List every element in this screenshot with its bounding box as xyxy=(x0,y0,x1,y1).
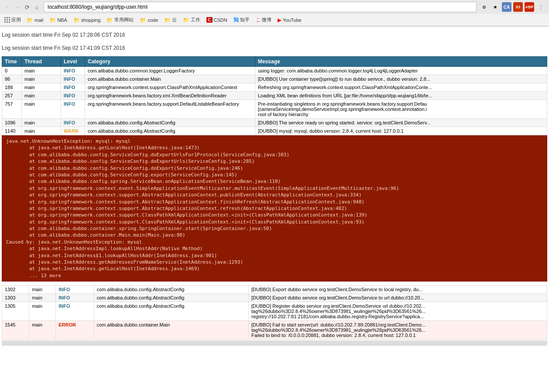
folder-icon: 📁 xyxy=(73,17,80,23)
bookmark-nba[interactable]: 📁NBA xyxy=(47,16,69,24)
header-message: Message xyxy=(255,57,547,67)
cell-message: [DUBBO] Use container type([spring]) to … xyxy=(255,75,547,83)
folder-icon: 📁 xyxy=(27,17,33,23)
session-line-1: Log session start time Fri Sep 02 17:28:… xyxy=(2,30,547,40)
cell-level: INFO xyxy=(56,302,94,321)
cell-category: com.alibaba.dubbo.container.Main xyxy=(94,321,248,340)
badge-53: 53 xyxy=(513,2,523,12)
header-level: Level xyxy=(61,57,85,67)
address-bar[interactable] xyxy=(44,2,477,12)
cell-message: [DUBBO] mysql: mysql, dubbo version: 2.8… xyxy=(255,127,547,135)
cell-thread: main xyxy=(29,302,56,321)
table-row: 1096 main INFO com.alibaba.dubbo.config.… xyxy=(2,119,547,127)
cell-category: org.springframework.beans.factory.xml.Xm… xyxy=(85,92,255,100)
cell-time: 1303 xyxy=(2,294,29,302)
table-row: 1305 main INFO com.alibaba.dubbo.config.… xyxy=(2,302,547,321)
apps-shortcut[interactable]: 应用 xyxy=(3,16,23,24)
session-line-2: Log session start time Fri Sep 02 17:41:… xyxy=(2,43,547,53)
folder-icon: 📁 xyxy=(49,17,56,23)
bookmark-mail[interactable]: 📁mail xyxy=(24,16,45,24)
bookmark-common-sites[interactable]: 📁常用网站 xyxy=(104,16,136,24)
cell-level: INFO xyxy=(61,75,85,83)
adblock-icon[interactable]: ABP xyxy=(525,2,534,12)
bookmark-csdn[interactable]: CCSDN xyxy=(204,16,229,24)
table-row: 257 main INFO org.springframework.beans.… xyxy=(2,92,547,100)
table-row: 757 main INFO org.springframework.beans.… xyxy=(2,100,547,119)
browser-top-bar: ← → ⟳ ⌂ ⚙ ★ CA 53 ABP ⋮ xyxy=(0,0,549,14)
header-time: Time xyxy=(2,57,22,67)
back-button[interactable]: ← xyxy=(3,3,12,11)
cell-time: 1302 xyxy=(2,285,29,294)
cell-thread: main xyxy=(29,321,56,340)
cell-message: Refreshing org.springframework.context.s… xyxy=(255,83,547,92)
cell-thread: main xyxy=(29,285,56,294)
cell-category: com.alibaba.dubbo.config.AbstractConfig xyxy=(85,119,255,127)
cell-category: com.alibaba.dubbo.config.AbstractConfig xyxy=(94,302,248,321)
cell-thread: main xyxy=(22,127,61,135)
cell-message: [DUBBO] Export dubbo service org.testCli… xyxy=(249,285,547,294)
bookmark-cloud[interactable]: 📁云 xyxy=(162,16,179,24)
cell-time: 1545 xyxy=(2,321,29,340)
bookmark-weibo[interactable]: こ微博 xyxy=(254,16,274,24)
cell-message: [DUBBO] Export dubbo service org.testCli… xyxy=(249,294,547,302)
cell-category: com.alibaba.dubbo.container.Main xyxy=(85,75,255,83)
forward-button[interactable]: → xyxy=(13,3,22,11)
cell-thread: main xyxy=(22,83,61,92)
header-category: Category xyxy=(85,57,255,67)
cell-level: INFO xyxy=(61,92,85,100)
page-content: Log session start time Fri Sep 02 17:28:… xyxy=(0,27,549,349)
cell-message: Loading XML bean definitions from URL [j… xyxy=(255,92,547,100)
cell-category: org.springframework.beans.factory.suppor… xyxy=(85,100,255,119)
exception-block: java.net.UnknownHostException: mysql: my… xyxy=(2,135,547,282)
menu-button[interactable]: ⋮ xyxy=(536,2,546,12)
folder-icon: 📁 xyxy=(140,17,146,23)
apps-label: 应用 xyxy=(11,17,21,23)
cell-level: INFO xyxy=(61,100,85,119)
zhihu-logo: 知 xyxy=(233,16,239,24)
cell-message: [DUBBO] Register dubbo service org.testC… xyxy=(249,302,547,321)
cell-level: INFO xyxy=(56,294,94,302)
home-button[interactable]: ⌂ xyxy=(32,3,41,11)
bookmarks-bar: 应用 📁mail 📁NBA 📁shopping 📁常用网站 📁code 📁云 📁… xyxy=(0,14,549,26)
cell-level: INFO xyxy=(56,285,94,294)
reload-button[interactable]: ⟳ xyxy=(23,3,31,11)
apps-grid-icon xyxy=(4,17,10,23)
cell-category: com.alibaba.dubbo.common.logger.LoggerFa… xyxy=(85,67,255,75)
cell-message: [DUBBO] The service ready on spring star… xyxy=(255,119,547,127)
bookmark-code[interactable]: 📁code xyxy=(137,16,160,24)
csdn-logo: C xyxy=(206,17,212,23)
weibo-logo: こ xyxy=(256,17,261,23)
browser-chrome: ← → ⟳ ⌂ ⚙ ★ CA 53 ABP ⋮ 应用 📁mail 📁NBA 📁s… xyxy=(0,0,549,27)
cell-time: 257 xyxy=(2,92,22,100)
nav-buttons: ← → ⟳ ⌂ xyxy=(3,3,41,11)
cell-time: 86 xyxy=(2,75,22,83)
bookmark-shopping[interactable]: 📁shopping xyxy=(71,16,103,24)
cell-thread: main xyxy=(22,92,61,100)
cell-category: com.alibaba.dubbo.config.AbstractConfig xyxy=(94,285,248,294)
cell-thread: main xyxy=(22,67,61,75)
folder-icon: 📁 xyxy=(164,17,171,23)
cell-level: ERROR xyxy=(56,321,94,340)
cell-thread: main xyxy=(29,294,56,302)
horizontal-scrollbar[interactable] xyxy=(2,340,547,346)
extensions-icon[interactable]: ⚙ xyxy=(479,2,489,12)
cell-thread: main xyxy=(22,75,61,83)
cell-level: WARN xyxy=(61,127,85,135)
cell-message: [DUBBO] Fail to start server(url: dubbo:… xyxy=(249,321,547,340)
header-thread: Thread xyxy=(22,57,61,67)
table-row: 188 main INFO org.springframework.contex… xyxy=(2,83,547,92)
table-row: 1545 main ERROR com.alibaba.dubbo.contai… xyxy=(2,321,547,340)
bookmark-star-icon[interactable]: ★ xyxy=(491,2,500,12)
bookmark-work[interactable]: 📁工作 xyxy=(181,16,202,24)
bookmark-zhihu[interactable]: 知知乎 xyxy=(231,15,252,24)
cell-time: 1096 xyxy=(2,119,22,127)
table-row: 0 main INFO com.alibaba.dubbo.common.log… xyxy=(2,67,547,75)
log-table: Time Thread Level Category Message 0 mai… xyxy=(2,56,547,135)
user-icon[interactable]: CA xyxy=(502,2,511,12)
bookmark-youtube[interactable]: ▶YouTube xyxy=(275,16,304,24)
browser-icons: ⚙ ★ CA 53 ABP ⋮ xyxy=(479,2,546,12)
youtube-logo: ▶ xyxy=(278,17,281,23)
table-row: 1140 main WARN com.alibaba.dubbo.config.… xyxy=(2,127,547,135)
cell-level: INFO xyxy=(61,67,85,75)
cell-message: using logger: com.alibaba.dubbo.common.l… xyxy=(255,67,547,75)
